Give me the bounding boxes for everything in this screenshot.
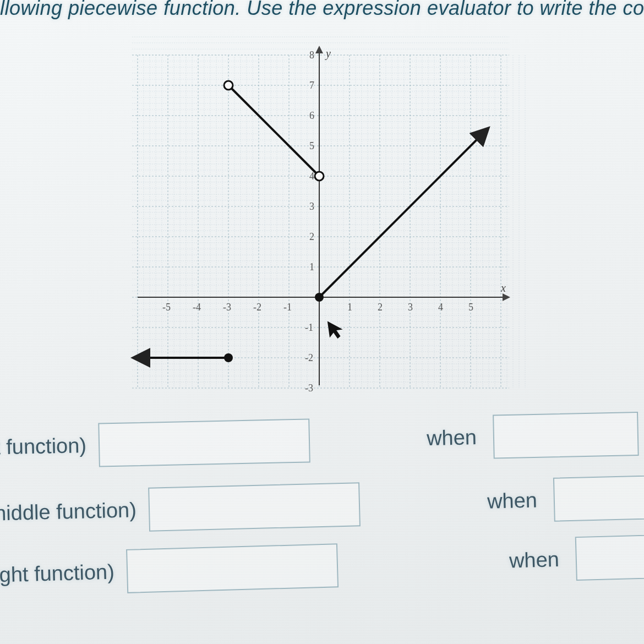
svg-text:-1: -1: [305, 322, 313, 333]
question-prompt: llowing piecewise function. Use the expr…: [0, 0, 644, 20]
svg-line-150: [228, 85, 319, 176]
axis-ticks: -5-4-3-2-112345-3-2-112345678: [162, 50, 473, 394]
piece-left: [140, 353, 233, 362]
svg-text:3: 3: [408, 302, 413, 313]
answer-row-middle: niddle function) when: [0, 476, 644, 536]
piece-middle: [224, 81, 324, 181]
x-axis-label: x: [500, 282, 506, 294]
svg-text:-4: -4: [193, 302, 201, 313]
svg-point-151: [224, 81, 233, 90]
expression-input-middle[interactable]: [148, 482, 361, 531]
expression-input-right[interactable]: [126, 543, 339, 593]
svg-line-153: [319, 133, 483, 297]
row-label-right: ight function): [0, 560, 114, 587]
svg-text:4: 4: [309, 171, 314, 182]
svg-point-154: [315, 293, 324, 302]
svg-text:-2: -2: [253, 302, 261, 313]
svg-point-152: [315, 172, 324, 181]
domain-input-right[interactable]: [575, 533, 644, 581]
svg-text:-3: -3: [223, 302, 231, 313]
when-label-middle: when: [487, 488, 538, 513]
domain-input-middle[interactable]: [553, 474, 644, 521]
when-label-left: when: [427, 425, 477, 450]
svg-text:6: 6: [309, 110, 314, 121]
y-axis-label: y: [325, 47, 331, 60]
domain-input-left[interactable]: [493, 412, 639, 459]
svg-text:-3: -3: [305, 383, 313, 394]
svg-text:8: 8: [309, 50, 314, 61]
piecewise-graph: -5-4-3-2-112345-3-2-112345678 y x: [77, 33, 561, 396]
row-label-left: t function): [0, 433, 86, 459]
answer-row-left: t function) when: [0, 412, 644, 469]
mouse-cursor-icon: [326, 318, 345, 342]
svg-text:-1: -1: [283, 302, 292, 313]
row-label-middle: niddle function): [0, 498, 137, 525]
when-label-right: when: [509, 547, 559, 572]
svg-text:5: 5: [468, 302, 473, 313]
svg-text:-5: -5: [162, 302, 171, 313]
svg-text:-2: -2: [305, 352, 313, 363]
graph-svg: -5-4-3-2-112345-3-2-112345678 y x: [77, 33, 561, 396]
svg-text:3: 3: [309, 201, 314, 212]
grid-major: [132, 55, 509, 388]
worksheet-page: llowing piecewise function. Use the expr…: [0, 0, 644, 644]
svg-text:4: 4: [438, 302, 443, 313]
axes: [138, 50, 506, 385]
answer-area: t function) when niddle function) when i…: [0, 418, 644, 603]
answer-row-right: ight function) when: [0, 535, 644, 597]
expression-input-left[interactable]: [98, 418, 310, 467]
svg-point-149: [224, 353, 233, 362]
svg-text:5: 5: [309, 140, 314, 151]
svg-text:1: 1: [347, 302, 352, 313]
svg-text:2: 2: [309, 231, 314, 242]
piece-right: [315, 133, 483, 302]
svg-text:7: 7: [309, 80, 314, 91]
svg-text:2: 2: [378, 302, 383, 313]
svg-text:1: 1: [309, 261, 314, 272]
